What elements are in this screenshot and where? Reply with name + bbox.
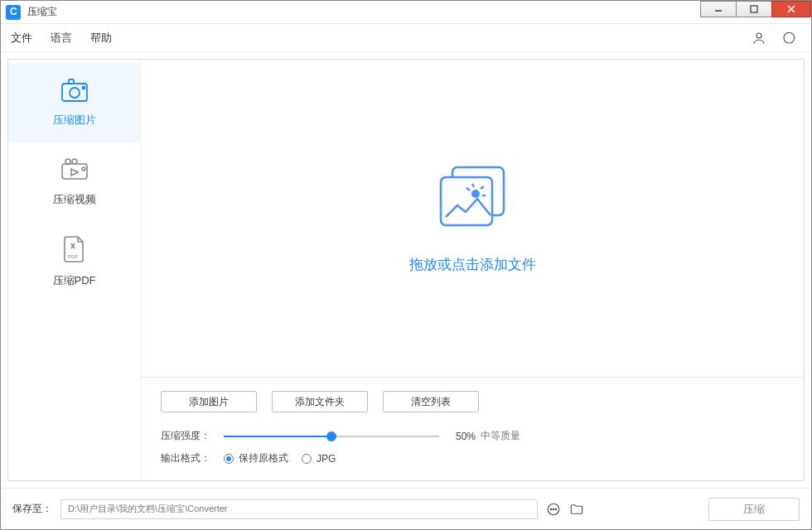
- output-format-row: 输出格式： 保持原格式 JPG: [161, 451, 784, 465]
- svg-point-12: [82, 167, 85, 171]
- app-title: 压缩宝: [27, 5, 57, 19]
- svg-rect-16: [441, 177, 492, 225]
- window-controls: [701, 1, 811, 17]
- svg-rect-9: [62, 164, 87, 179]
- maximize-icon: [750, 5, 758, 13]
- camera-icon: [60, 78, 89, 103]
- video-icon: [60, 157, 89, 182]
- compression-quality: 中等质量: [481, 429, 520, 443]
- radio-dot-icon: [224, 454, 234, 464]
- compression-value: 50%: [456, 431, 476, 442]
- feedback-icon[interactable]: [781, 31, 796, 46]
- radio-label: JPG: [317, 453, 336, 465]
- open-folder-icon[interactable]: [569, 502, 584, 517]
- user-icon[interactable]: [752, 31, 766, 46]
- svg-point-10: [65, 159, 70, 164]
- output-format-label: 输出格式：: [161, 451, 224, 465]
- pdf-icon: PDF: [62, 235, 87, 263]
- menubar-right-icons: [752, 31, 796, 46]
- svg-point-25: [555, 508, 557, 510]
- compression-row: 压缩强度： 50% 中等质量: [161, 429, 784, 443]
- drop-area-text: 拖放或点击添加文件: [409, 255, 536, 274]
- svg-point-24: [553, 508, 554, 510]
- sidebar-item-compress-video[interactable]: 压缩视频: [8, 142, 140, 222]
- slider-fill: [224, 436, 331, 437]
- sidebar-item-compress-image[interactable]: 压缩图片: [8, 63, 140, 142]
- sidebar-item-compress-pdf[interactable]: PDF 压缩PDF: [8, 222, 140, 301]
- save-path-input[interactable]: [60, 499, 538, 519]
- save-to-label: 保存至：: [12, 502, 52, 516]
- close-icon: [787, 5, 795, 13]
- radio-keep-original[interactable]: 保持原格式: [224, 451, 288, 465]
- content-box: 压缩图片 压缩视频 PDF: [7, 59, 805, 481]
- button-row: 添加图片 添加文件夹 清空列表: [161, 391, 784, 412]
- compression-slider[interactable]: [224, 431, 439, 441]
- minimize-button[interactable]: [700, 1, 737, 17]
- radio-jpg[interactable]: JPG: [302, 453, 336, 465]
- menu-language[interactable]: 语言: [51, 31, 72, 46]
- close-button[interactable]: [771, 1, 811, 17]
- app-icon: [6, 5, 21, 20]
- slider-thumb[interactable]: [326, 431, 336, 441]
- svg-marker-13: [71, 169, 78, 176]
- sidebar-item-label: 压缩图片: [53, 113, 96, 128]
- radio-dot-icon: [302, 454, 312, 464]
- svg-point-8: [82, 87, 85, 89]
- svg-point-17: [471, 190, 480, 198]
- maximize-button[interactable]: [736, 1, 772, 17]
- more-options-icon[interactable]: [546, 502, 561, 517]
- sidebar-item-label: 压缩PDF: [53, 273, 96, 288]
- app-window: 压缩宝 文件 语言 帮助: [0, 0, 812, 530]
- drop-area[interactable]: 拖放或点击添加文件: [141, 60, 804, 377]
- svg-point-11: [72, 159, 77, 164]
- svg-rect-1: [751, 6, 757, 12]
- title-bar: 压缩宝: [1, 1, 811, 24]
- main-panel: 拖放或点击添加文件 添加图片 添加文件夹 清空列表 压缩强度：: [141, 60, 804, 480]
- menu-help[interactable]: 帮助: [90, 31, 112, 46]
- svg-rect-6: [69, 80, 74, 84]
- svg-point-4: [756, 33, 761, 38]
- footer: 保存至： 压缩: [1, 488, 811, 529]
- images-stack-icon: [433, 162, 512, 232]
- radio-label: 保持原格式: [239, 451, 288, 465]
- controls-panel: 添加图片 添加文件夹 清空列表 压缩强度： 50% 中等质量: [141, 377, 804, 480]
- svg-point-23: [550, 508, 552, 510]
- add-folder-button[interactable]: 添加文件夹: [272, 391, 368, 412]
- svg-text:PDF: PDF: [68, 254, 78, 259]
- add-image-button[interactable]: 添加图片: [161, 391, 257, 412]
- svg-point-7: [70, 88, 80, 98]
- body: 压缩图片 压缩视频 PDF: [1, 52, 811, 488]
- compress-button[interactable]: 压缩: [708, 498, 800, 521]
- sidebar: 压缩图片 压缩视频 PDF: [8, 60, 141, 480]
- clear-list-button[interactable]: 清空列表: [383, 391, 479, 412]
- menu-bar: 文件 语言 帮助: [1, 24, 811, 52]
- sidebar-item-label: 压缩视频: [53, 192, 96, 207]
- menu-file[interactable]: 文件: [11, 31, 32, 46]
- minimize-icon: [714, 5, 723, 13]
- compression-label: 压缩强度：: [161, 429, 224, 443]
